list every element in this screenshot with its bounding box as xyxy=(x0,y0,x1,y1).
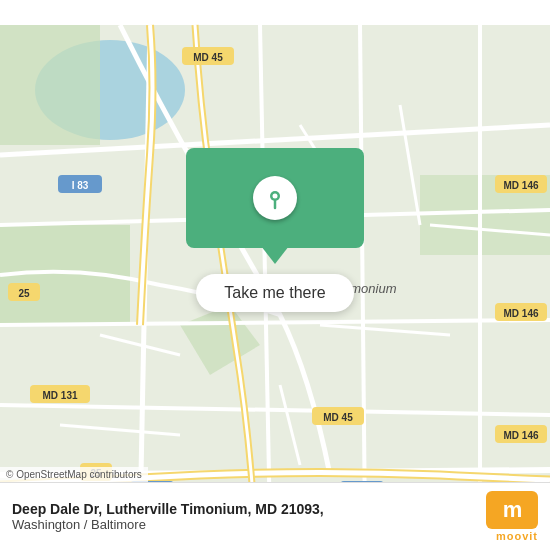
svg-text:MD 45: MD 45 xyxy=(323,412,353,423)
svg-text:25: 25 xyxy=(18,288,30,299)
take-me-there-popup: Take me there xyxy=(186,148,364,312)
pin-icon xyxy=(263,186,287,210)
moovit-text: moovit xyxy=(496,530,538,542)
map-container: MD 131 MD 45 MD 45 I 83 MD 146 MD 146 MD… xyxy=(0,0,550,550)
location-card xyxy=(186,148,364,248)
svg-text:MD 146: MD 146 xyxy=(503,180,538,191)
location-pin-circle xyxy=(253,176,297,220)
svg-text:I 83: I 83 xyxy=(72,180,89,191)
svg-text:MD 45: MD 45 xyxy=(193,52,223,63)
svg-text:MD 131: MD 131 xyxy=(42,390,77,401)
pin-pointer xyxy=(261,246,289,264)
moovit-logo: m moovit xyxy=(486,491,538,542)
info-bar: Deep Dale Dr, Lutherville Timonium, MD 2… xyxy=(0,482,550,550)
svg-text:MD 146: MD 146 xyxy=(503,430,538,441)
city-line: Washington / Baltimore xyxy=(12,517,486,532)
address-block: Deep Dale Dr, Lutherville Timonium, MD 2… xyxy=(12,501,486,532)
copyright-text: © OpenStreetMap contributors xyxy=(6,469,142,480)
svg-text:MD 146: MD 146 xyxy=(503,308,538,319)
copyright-bar: © OpenStreetMap contributors xyxy=(0,467,148,482)
take-me-there-button[interactable]: Take me there xyxy=(196,274,353,312)
moovit-icon: m xyxy=(486,491,538,529)
svg-rect-2 xyxy=(0,25,100,145)
svg-point-46 xyxy=(273,194,278,199)
address-line: Deep Dale Dr, Lutherville Timonium, MD 2… xyxy=(12,501,486,517)
